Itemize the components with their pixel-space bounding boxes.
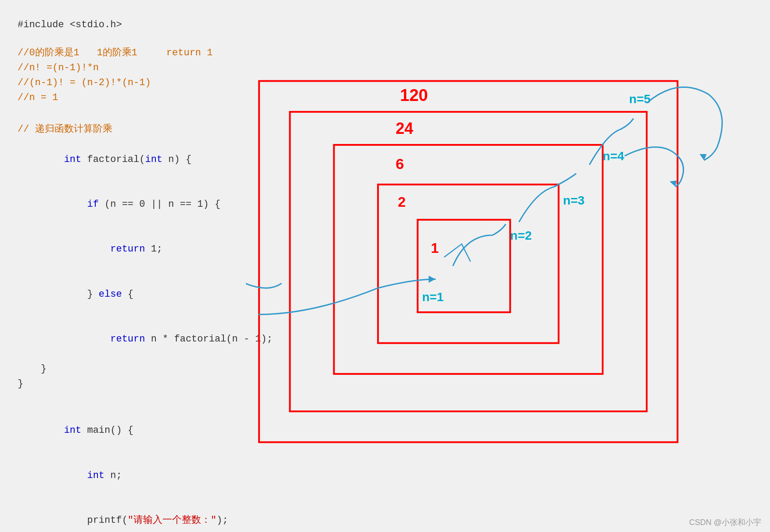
printf-close: ); [216,515,228,526]
return-val1: 1; [145,244,162,255]
keyword-int-main: int [64,425,82,436]
main-line-1: int n; [18,453,237,498]
svg-marker-15 [428,276,435,283]
keyword-return1: return [110,244,145,255]
svg-rect-0 [259,81,677,442]
comment-0: //0的阶乘是1 1的阶乘1 return 1 [18,46,237,61]
include-line: #include <stdio.h> [18,18,237,32]
func-line-0: int factorial(int n) { [18,137,237,182]
svg-text:1: 1 [431,240,439,256]
func-line-5: } [18,362,237,377]
svg-text:n=4: n=4 [603,149,625,163]
keyword-return2: return [110,334,145,345]
svg-text:n=2: n=2 [510,229,532,242]
keyword-int-n: int [87,470,104,481]
if-cond: (n == 0 || n == 1) { [99,199,220,210]
printf-func: printf( [87,515,127,526]
else-close: } [64,289,99,300]
printf-indent [64,515,87,526]
main-line-2: printf("请输入一个整数："); [18,498,237,532]
svg-text:6: 6 [396,155,404,172]
recursive-comment: // 递归函数计算阶乘 [18,122,237,137]
func-line-2: return 1; [18,227,237,272]
return-indent [64,244,111,255]
watermark: CSDN @小张和小宇 [689,517,761,528]
keyword-if: if [87,199,98,210]
keyword-int2: int [145,154,162,165]
svg-text:n=5: n=5 [629,92,651,106]
printf-str: "请输入一个整数：" [128,515,216,526]
keyword-int: int [64,154,82,165]
main-line-0: int main() { [18,408,237,453]
func-line-6: } [18,377,237,392]
main-container: #include <stdio.h> //0的阶乘是1 1的阶乘1 return… [0,0,770,532]
main-name: main() { [81,425,133,436]
comments-block: //0的阶乘是1 1的阶乘1 return 1 //n! =(n-1)!*n /… [18,46,237,105]
main-func: int main() { int n; printf("请输入一个整数："); … [18,408,237,532]
else-brace: { [122,289,133,300]
svg-text:120: 120 [400,86,428,104]
svg-text:2: 2 [398,194,406,210]
func-name: factorial( [81,154,145,165]
svg-text:n=3: n=3 [563,194,585,207]
diagram-section: 120 24 6 2 1 n=5 n=4 n=3 n=2 n=1 [246,13,752,519]
comment-2: //(n-1)! = (n-2)!*(n-1) [18,75,237,90]
int-n-indent [64,470,87,481]
comment-3: //n = 1 [18,90,237,105]
keyword-else: else [99,289,122,300]
var-n: n; [104,470,122,481]
return-n-indent [64,334,111,345]
func-line-1: if (n == 0 || n == 1) { [18,182,237,227]
svg-text:24: 24 [396,119,413,137]
func-param: n) { [162,154,191,165]
code-section: #include <stdio.h> //0的阶乘是1 1的阶乘1 return… [18,13,237,519]
svg-rect-1 [290,112,647,411]
recursion-diagram: 120 24 6 2 1 n=5 n=4 n=3 n=2 n=1 [246,13,752,519]
if-stmt [64,199,87,210]
func-line-3: } else { [18,272,237,316]
svg-text:n=1: n=1 [422,290,443,304]
svg-marker-17 [669,180,676,187]
func-line-4: return n * factorial(n - 1); [18,317,237,362]
comment-1: //n! =(n-1)!*n [18,61,237,75]
svg-rect-2 [334,145,603,374]
factorial-func: int factorial(int n) { if (n == 0 || n =… [18,137,237,392]
